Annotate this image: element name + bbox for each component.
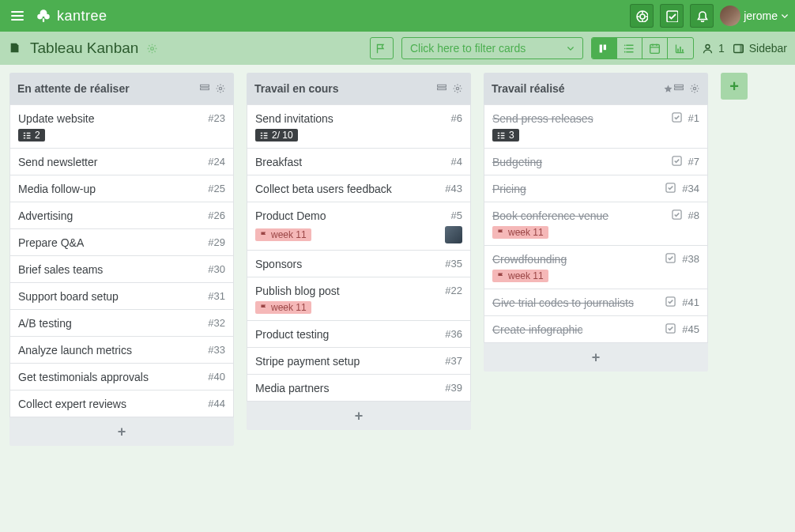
view-chart[interactable] [668, 38, 693, 58]
card-title: Create infographic [492, 323, 661, 336]
card-number: #8 [688, 209, 699, 221]
card[interactable]: Send press releases#13 [484, 104, 708, 149]
card-title: Get testimonials approvals [18, 371, 202, 383]
card-number: #34 [682, 183, 699, 194]
column-header[interactable]: En attente de réaliser [9, 73, 234, 104]
card[interactable]: Media partners#39 [247, 375, 471, 402]
card[interactable]: Pricing#34 [484, 175, 708, 202]
column: Travail en coursSend invitations#62/ 10B… [247, 73, 471, 430]
card-title: Product Demo [255, 209, 445, 222]
members-count: 1 [718, 42, 725, 55]
view-calendar[interactable] [642, 38, 668, 58]
card-number: #45 [682, 323, 699, 335]
card[interactable]: Create infographic#45 [484, 316, 708, 343]
assignee-avatar[interactable] [445, 226, 462, 243]
card-title: Publish blog post [255, 285, 439, 297]
members-button[interactable]: 1 [702, 42, 725, 55]
gear-icon[interactable] [452, 83, 463, 94]
app-logo[interactable]: kantree [35, 7, 107, 25]
add-card-button[interactable]: + [9, 417, 234, 446]
board-title[interactable]: Tableau Kanban [30, 40, 138, 57]
card-title: A/B testing [18, 317, 202, 330]
chevron-down-icon [567, 44, 575, 52]
board-icon [8, 41, 22, 55]
card[interactable]: Publish blog post#22week 11 [247, 277, 471, 321]
checklist-badge: 2 [18, 129, 45, 141]
check-icon [665, 253, 676, 263]
view-kanban[interactable] [592, 38, 617, 58]
card-title: Breakfast [255, 156, 445, 168]
card-title: Media partners [255, 382, 439, 394]
card-number: #5 [451, 209, 462, 221]
view-switcher [591, 37, 694, 59]
view-list[interactable] [617, 38, 642, 58]
user-menu[interactable]: jerome [720, 6, 789, 26]
card-title: Send newsletter [18, 156, 202, 168]
card-number: #41 [682, 296, 699, 308]
card-title: Support board setup [18, 290, 202, 303]
card[interactable]: Analyze launch metrics#33 [9, 337, 234, 364]
notifications-button[interactable] [690, 4, 714, 28]
add-card-button[interactable]: + [247, 402, 471, 430]
card[interactable]: Prepare Q&A#29 [9, 229, 234, 256]
card[interactable]: Get testimonials approvals#40 [9, 364, 234, 391]
card[interactable]: Give trial codes to journalists#41 [484, 289, 708, 316]
collapse-icon[interactable] [673, 83, 684, 94]
gear-icon[interactable] [215, 83, 226, 94]
check-icon [672, 209, 682, 220]
card[interactable]: Collect expert reviews#44 [9, 391, 234, 417]
add-column-button[interactable]: + [721, 73, 748, 100]
card-title: Send press releases [492, 112, 667, 125]
sidebar-label: Sidebar [749, 42, 787, 55]
column-header[interactable]: Travail en cours [247, 73, 471, 104]
card[interactable]: Advertising#26 [9, 202, 234, 229]
help-button[interactable] [630, 4, 654, 28]
card-number: #26 [208, 209, 225, 221]
card[interactable]: A/B testing#32 [9, 310, 234, 337]
card[interactable]: Support board setup#31 [9, 283, 234, 310]
card-number: #39 [445, 382, 462, 394]
card-title: Prepare Q&A [18, 236, 202, 249]
collapse-icon[interactable] [436, 83, 447, 94]
board-settings-icon[interactable] [146, 43, 158, 55]
column: Travail réaliséSend press releases#13Bud… [484, 73, 708, 372]
column-title: Travail réalisé [492, 82, 660, 95]
card[interactable]: Stripe payment setup#37 [247, 348, 471, 375]
filter-input[interactable]: Click here to filter cards [401, 37, 583, 59]
card[interactable]: Media follow-up#25 [9, 175, 234, 202]
column-title: Travail en cours [254, 82, 436, 95]
star-icon[interactable] [663, 84, 673, 94]
card-number: #23 [208, 112, 225, 124]
checklist-badge: 3 [492, 129, 519, 141]
milestone-button[interactable] [370, 37, 394, 59]
milestone-tag: week 11 [255, 228, 311, 241]
add-card-button[interactable]: + [484, 343, 708, 372]
card[interactable]: Budgeting#7 [484, 149, 708, 175]
card[interactable]: Breakfast#4 [247, 149, 471, 175]
menu-icon[interactable] [6, 5, 28, 27]
card[interactable]: Product Demo#5week 11 [247, 202, 471, 251]
sidebar-toggle[interactable]: Sidebar [733, 42, 787, 55]
chevron-down-icon [781, 12, 789, 20]
card[interactable]: Product testing#36 [247, 321, 471, 348]
collapse-icon[interactable] [199, 83, 210, 94]
gear-icon[interactable] [689, 83, 700, 94]
card-title: Product testing [255, 328, 439, 341]
card[interactable]: Brief sales teams#30 [9, 256, 234, 283]
card-number: #38 [682, 253, 699, 265]
card-number: #37 [445, 355, 462, 367]
card[interactable]: Send invitations#62/ 10 [247, 104, 471, 149]
card-title: Sponsors [255, 258, 439, 270]
check-icon [665, 323, 676, 334]
card[interactable]: Send newsletter#24 [9, 149, 234, 175]
column-header[interactable]: Travail réalisé [484, 73, 708, 104]
card-number: #31 [208, 290, 225, 302]
card[interactable]: Sponsors#35 [247, 251, 471, 277]
card[interactable]: Crowdfounding#38week 11 [484, 246, 708, 289]
card[interactable]: Book conference venue#8week 11 [484, 202, 708, 246]
card[interactable]: Collect beta users feedback#43 [247, 175, 471, 202]
checklist-badge: 2/ 10 [255, 129, 298, 141]
filter-placeholder: Click here to filter cards [410, 42, 526, 55]
tasks-button[interactable] [660, 4, 684, 28]
card[interactable]: Update website#232 [9, 104, 234, 149]
